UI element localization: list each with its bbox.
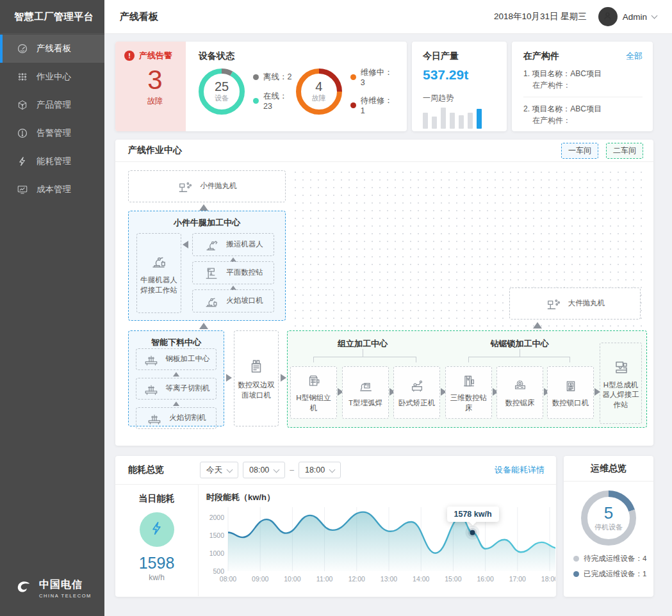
- daily-output-title: 今日产量: [423, 51, 459, 61]
- flow-node-plane-cnc-drill[interactable]: 平面数控钻: [192, 261, 274, 284]
- sidebar-item-label: 作业中心: [37, 71, 71, 83]
- trend-bar: [423, 113, 428, 129]
- group-title: 智能下料中心: [129, 331, 224, 348]
- bracket-stub: [363, 349, 363, 357]
- bracket-stub: [520, 349, 520, 357]
- svg-text:11:00: 11:00: [316, 575, 333, 583]
- lock-machine-icon: [562, 377, 579, 394]
- donut-center-label: 故障: [312, 93, 326, 103]
- flow-node-cnc-3d-drill[interactable]: 三维数控钻床: [445, 366, 492, 419]
- welding-robot-icon: [203, 293, 220, 309]
- bottom-row: 能耗总览 今天 08:00 – 18:00 设备能耗详情 当日能耗: [115, 456, 661, 597]
- alert-badge-icon: !: [124, 51, 135, 61]
- avatar: [598, 7, 618, 26]
- circular-saw-icon: [512, 377, 529, 394]
- flow-node-h-assembly-robot-station[interactable]: H型总成机器人焊接工作站: [600, 343, 642, 424]
- person-icon: [602, 10, 613, 24]
- time-to-select[interactable]: 18:00: [299, 462, 341, 478]
- today-energy-unit: kw/h: [149, 573, 165, 582]
- flow-group-assembly-and-drill-saw-lock[interactable]: 组立加工中心 钻锯锁加工中心 H型钢组立机 T型埋: [287, 330, 647, 428]
- chevron-down-icon: [227, 466, 233, 473]
- day-select[interactable]: 今天: [200, 462, 238, 478]
- donut-center-value: 25: [215, 79, 229, 93]
- wip-item: 2. 项目名称：ABC项目 在产构件：: [523, 103, 643, 126]
- flow-node-large-shot-blast[interactable]: 大件抛丸机: [509, 288, 641, 320]
- alert-title: 产线告警: [139, 50, 172, 61]
- energy-area-chart: 08:0009:0010:0011:0012:0013:0014:0015:00…: [206, 503, 556, 596]
- workshop2-button[interactable]: 二车间: [606, 143, 643, 159]
- chevron-down-icon: [652, 12, 658, 19]
- legend-online: 在线：23: [253, 91, 296, 111]
- flow-node-h-beam-assembler[interactable]: H型钢组立机: [290, 366, 337, 419]
- sidebar-item-cost-mgmt[interactable]: 成本管理: [0, 175, 104, 204]
- chevron-down-icon: [274, 466, 280, 473]
- flow-node-cnc-saw[interactable]: 数控锯床: [496, 366, 543, 419]
- flow-node-flame-bevel-machine[interactable]: 火焰坡口机: [192, 289, 274, 312]
- device-status-panel: 设备状态 25 设备 离线：2: [186, 42, 407, 131]
- dot-grid-icon: [17, 71, 28, 83]
- legend-dot: [573, 556, 579, 562]
- current-date: 2018年10月31日 星期三: [494, 11, 587, 22]
- energy-detail-link[interactable]: 设备能耗详情: [495, 464, 545, 476]
- shot-blast-machine-icon: [545, 295, 562, 312]
- flow-node-flame-cutting-machine[interactable]: 火焰切割机: [136, 407, 217, 429]
- trend-bar: [459, 115, 464, 129]
- flow-node-cnc-lock-machine[interactable]: 数控锁口机: [547, 366, 594, 419]
- donut-center-label: 停机设备: [594, 523, 623, 532]
- flow-node-plate-processing-center[interactable]: 钢板加工中心: [136, 348, 217, 370]
- legend-dot: [350, 74, 356, 80]
- flow-node-plasma-cutting-machine[interactable]: 等离子切割机: [136, 378, 217, 400]
- legend-repairing: 维修中：3: [350, 67, 397, 87]
- device-online-donut-chart: 25 设备: [199, 69, 245, 115]
- time-from-select[interactable]: 08:00: [243, 462, 285, 478]
- sidebar-item-alarm-mgmt[interactable]: 告警管理: [0, 119, 104, 147]
- svg-text:17:00: 17:00: [509, 575, 526, 583]
- assembler-machine-icon: [306, 372, 322, 389]
- svg-text:13:00: 13:00: [381, 575, 397, 583]
- top-bar: 产线看板 2018年10月31日 星期三 Admin: [104, 0, 672, 34]
- sidebar-item-product-mgmt[interactable]: 产品管理: [0, 91, 104, 119]
- svg-text:09:00: 09:00: [252, 575, 268, 583]
- drill-saw-lock-center-title: 钻锯锁加工中心: [478, 338, 561, 350]
- flow-node-transfer-robot[interactable]: 搬运机器人: [192, 233, 274, 256]
- bracket: [468, 357, 570, 362]
- online-donut-group: 25 设备 离线：2 在线：23: [199, 69, 296, 115]
- monitor-chart-icon: [17, 184, 28, 195]
- energy-chart-area[interactable]: 时段能耗（kw/h） 08:0009:0010:0011:0012:0013:0…: [199, 485, 556, 596]
- arrow-up-icon: [199, 323, 208, 329]
- app-title: 智慧工厂管理平台: [0, 0, 104, 34]
- arrow-up-icon: [199, 204, 208, 211]
- energy-title: 能耗总览: [128, 464, 164, 476]
- flow-node-cnc-double-bevel-machine[interactable]: 数控双边双面坡口机: [234, 330, 279, 426]
- flow-node-horizontal-straightener[interactable]: 卧式矫正机: [393, 366, 440, 419]
- legend-dot: [573, 571, 579, 577]
- straightener-machine-icon: [409, 377, 425, 394]
- view-all-link[interactable]: 全部: [626, 51, 643, 62]
- svg-text:500: 500: [213, 567, 224, 575]
- svg-text:10:00: 10:00: [284, 575, 300, 583]
- sidebar-item-work-center[interactable]: 作业中心: [0, 63, 104, 91]
- flow-canvas: 小件抛丸机 小件牛腿加工中心 牛腿机器人焊接工作站 搬运机器人: [115, 162, 653, 445]
- lightning-bolt-icon: [149, 520, 165, 539]
- workshop1-button[interactable]: 一车间: [561, 143, 598, 159]
- alert-circle-icon: [17, 127, 28, 139]
- flow-node-t-arc-welder[interactable]: T型埋弧焊: [342, 366, 389, 419]
- content: ! 产线告警 3 故障 设备状态 25: [104, 34, 672, 597]
- plate-cutting-machine-icon: [146, 410, 163, 426]
- china-telecom-logo: 中国电信 CHINA TELECOM: [0, 578, 104, 599]
- svg-text:2000: 2000: [209, 514, 225, 521]
- arrow-left-icon: [183, 241, 188, 248]
- flow-node-bracket-robot-station[interactable]: 牛腿机器人焊接工作站: [136, 233, 181, 313]
- line-alert-panel[interactable]: ! 产线告警 3 故障: [115, 42, 186, 131]
- chart-tooltip: 1578 kw/h: [447, 507, 499, 522]
- sidebar-item-label: 能耗管理: [37, 156, 71, 167]
- group-title: 小件牛腿加工中心: [129, 211, 285, 229]
- arc-welder-icon: [357, 377, 374, 394]
- sidebar-item-production-board[interactable]: 产线看板: [0, 35, 104, 63]
- svg-text:1000: 1000: [209, 549, 225, 557]
- workshop-title: 产线作业中心: [128, 145, 182, 156]
- sidebar-item-energy-mgmt[interactable]: 能耗管理: [0, 147, 104, 175]
- flow-node-small-shot-blast[interactable]: 小件抛丸机: [128, 170, 286, 202]
- week-trend-bar-chart: [423, 107, 507, 129]
- user-menu[interactable]: Admin: [598, 7, 657, 26]
